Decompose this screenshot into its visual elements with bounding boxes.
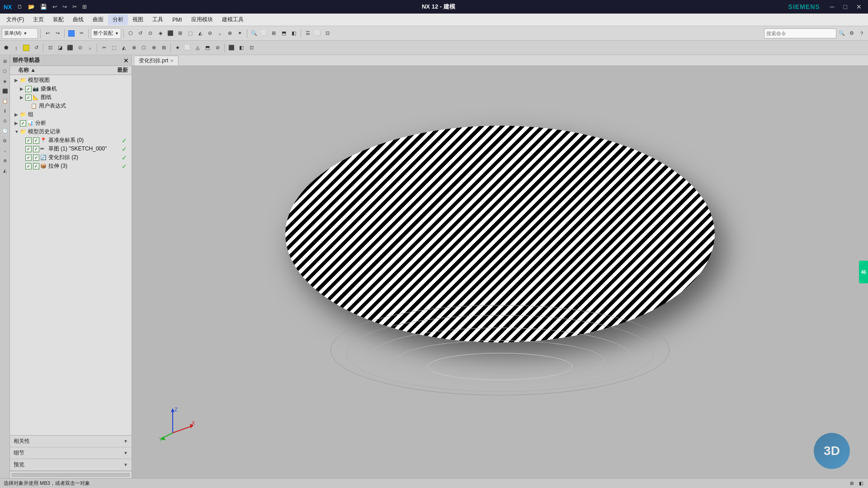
tree-check-datum-csys[interactable]: ✓ bbox=[25, 137, 32, 144]
tb-icon-2[interactable]: ↺ bbox=[136, 28, 145, 39]
search-btn[interactable]: 🔍 bbox=[837, 28, 846, 39]
tb-icon-11[interactable]: ⊕ bbox=[226, 28, 235, 39]
menu-dropdown[interactable]: 菜单(M) ▼ bbox=[2, 28, 38, 39]
tb-undo[interactable]: ↩ bbox=[51, 3, 59, 11]
li-10[interactable]: ⬦ bbox=[1, 146, 9, 155]
status-icon-1[interactable]: ⊞ bbox=[848, 480, 855, 487]
viewport[interactable]: 变化扫掠.prt ✕ bbox=[132, 55, 868, 478]
search-input[interactable] bbox=[764, 28, 836, 38]
li-3[interactable]: ◈ bbox=[1, 77, 9, 85]
snap-btn[interactable] bbox=[67, 28, 76, 39]
tb2-icon-4[interactable]: ↺ bbox=[32, 42, 41, 53]
tb2-icon-1[interactable]: ⬟ bbox=[2, 42, 11, 53]
tb-icon-15[interactable]: ⊞ bbox=[269, 28, 278, 39]
tree-check-analysis[interactable]: ✓ bbox=[20, 120, 26, 127]
tree-check-var-sweep[interactable]: ✓ bbox=[25, 155, 32, 161]
tree-item-sketch[interactable]: ✓ ✓ ✏ 草图 (1) "SKETCH_000" ✓ bbox=[11, 145, 131, 153]
tb-icon-6[interactable]: ⊞ bbox=[176, 28, 185, 39]
tb-redo[interactable]: ↪ bbox=[61, 3, 69, 11]
tb-icon-9[interactable]: ⊘ bbox=[206, 28, 215, 39]
tb2-icon-14[interactable]: ⬡ bbox=[139, 42, 148, 53]
tb-icon-3[interactable]: ⊙ bbox=[146, 28, 155, 39]
tree-item-camera[interactable]: ▶ ✓ 📷 摄像机 bbox=[11, 84, 131, 93]
tree-check2-var-sweep[interactable]: ✓ bbox=[33, 155, 39, 161]
tb-icon-7[interactable]: ⬚ bbox=[186, 28, 195, 39]
li-4[interactable]: ⬛ bbox=[1, 87, 9, 95]
section-preview[interactable]: 预览 ▼ bbox=[10, 459, 132, 471]
tb-new[interactable]: 🗋 bbox=[15, 3, 24, 11]
li-1[interactable]: ⊞ bbox=[1, 57, 9, 65]
li-11[interactable]: ⊕ bbox=[1, 156, 9, 164]
tb-icon-10[interactable]: ⬦ bbox=[216, 28, 225, 39]
tb2-icon-9[interactable]: ⬦ bbox=[85, 42, 94, 53]
tb2-icon-18[interactable]: ⬜ bbox=[183, 42, 192, 53]
tb2-icon-6[interactable]: ◪ bbox=[56, 42, 65, 53]
viewport-tab-main[interactable]: 变化扫掠.prt ✕ bbox=[134, 56, 179, 66]
tb-icon-8[interactable]: ◭ bbox=[196, 28, 205, 39]
tb2-icon-15[interactable]: ⊕ bbox=[149, 42, 158, 53]
tb-icon-18[interactable]: ☰ bbox=[303, 28, 312, 39]
canvas-area[interactable]: Z X Y 3D 46 bbox=[132, 66, 868, 478]
parts-panel-close[interactable]: ✕ bbox=[123, 57, 129, 64]
li-12[interactable]: ◭ bbox=[1, 166, 9, 174]
tb2-icon-3[interactable] bbox=[22, 42, 31, 53]
tb-save[interactable]: 💾 bbox=[38, 3, 49, 11]
tree-check-camera[interactable]: ✓ bbox=[25, 86, 32, 92]
tb2-icon-20[interactable]: ⬒ bbox=[203, 42, 212, 53]
status-icon-2[interactable]: ◧ bbox=[857, 480, 864, 487]
tree-check-sketch[interactable]: ✓ bbox=[25, 146, 32, 152]
menu-tools[interactable]: 工具 bbox=[148, 14, 168, 25]
tb-window[interactable]: ⊞ bbox=[80, 3, 89, 11]
tb2-icon-11[interactable]: ⬚ bbox=[109, 42, 118, 53]
tb-icon-17[interactable]: ◧ bbox=[289, 28, 298, 39]
tb2-icon-12[interactable]: ◭ bbox=[119, 42, 128, 53]
tb-icon-13[interactable]: 🔍 bbox=[250, 28, 259, 39]
tb2-icon-24[interactable]: ⊡ bbox=[247, 42, 256, 53]
tree-check2-sketch[interactable]: ✓ bbox=[33, 146, 39, 152]
tree-item-model-views[interactable]: ▶ 📁 模型视图 bbox=[11, 76, 131, 84]
li-7[interactable]: ⊙ bbox=[1, 117, 9, 125]
minimize-button[interactable]: ─ bbox=[827, 3, 837, 10]
section-related[interactable]: 相关性 ▼ bbox=[10, 436, 132, 447]
menu-pmi[interactable]: PMI bbox=[168, 15, 186, 24]
tree-item-analysis[interactable]: ▶ ✓ 📊 分析 bbox=[11, 119, 131, 127]
tree-check2-extrude[interactable]: ✓ bbox=[33, 163, 39, 169]
viewport-tab-close[interactable]: ✕ bbox=[170, 58, 174, 63]
tb-cut[interactable]: ✂ bbox=[71, 3, 79, 11]
menu-apps[interactable]: 应用模块 bbox=[187, 14, 217, 25]
tb2-icon-21[interactable]: ⊘ bbox=[213, 42, 222, 53]
menu-surface[interactable]: 曲面 bbox=[88, 14, 108, 25]
undo-btn[interactable]: ↩ bbox=[43, 28, 52, 39]
settings-btn[interactable]: ⚙ bbox=[847, 28, 856, 39]
tb2-icon-10[interactable]: ✂ bbox=[99, 42, 108, 53]
tb2-icon-8[interactable]: ⊙ bbox=[75, 42, 85, 53]
tb-open[interactable]: 📂 bbox=[26, 3, 37, 11]
tb2-icon-7[interactable]: ⬛ bbox=[66, 42, 75, 53]
cut-btn[interactable]: ✂ bbox=[77, 28, 86, 39]
tb-icon-20[interactable]: ⊡ bbox=[323, 28, 332, 39]
tb-icon-5[interactable]: ⬛ bbox=[166, 28, 175, 39]
tb2-icon-23[interactable]: ◧ bbox=[237, 42, 246, 53]
menu-home[interactable]: 主页 bbox=[28, 14, 48, 25]
assembly-dropdown[interactable]: 整个装配 ▼ bbox=[91, 28, 121, 39]
tb-icon-4[interactable]: ◈ bbox=[156, 28, 165, 39]
tb2-icon-13[interactable]: ⊗ bbox=[129, 42, 138, 53]
tree-item-user-expr[interactable]: 📋 用户表达式 bbox=[11, 102, 131, 110]
tree-scrollbar[interactable] bbox=[10, 471, 132, 478]
maximize-button[interactable]: □ bbox=[841, 3, 850, 10]
tb2-icon-16[interactable]: ⊞ bbox=[159, 42, 168, 53]
tree-check2-datum-csys[interactable]: ✓ bbox=[33, 137, 39, 144]
menu-curve[interactable]: 曲线 bbox=[68, 14, 88, 25]
tb-icon-12[interactable]: ✦ bbox=[236, 28, 245, 39]
section-details[interactable]: 细节 ▼ bbox=[10, 447, 132, 459]
tb-icon-19[interactable]: ⬜ bbox=[313, 28, 322, 39]
redo-btn[interactable]: ↪ bbox=[53, 28, 62, 39]
tree-check-extrude[interactable]: ✓ bbox=[25, 163, 32, 169]
close-button[interactable]: ✕ bbox=[854, 3, 864, 10]
tree-col-name-header[interactable]: 名称 ▲ bbox=[16, 66, 113, 74]
tree-item-extrude[interactable]: ✓ ✓ 📦 拉伸 (3) ✓ bbox=[11, 162, 131, 170]
menu-assembly[interactable]: 装配 bbox=[48, 14, 68, 25]
right-edge-button[interactable]: 46 bbox=[859, 261, 868, 283]
tree-item-model-history[interactable]: ▼ 📁 模型历史记录 bbox=[11, 127, 131, 136]
li-9[interactable]: ⚙ bbox=[1, 136, 9, 145]
